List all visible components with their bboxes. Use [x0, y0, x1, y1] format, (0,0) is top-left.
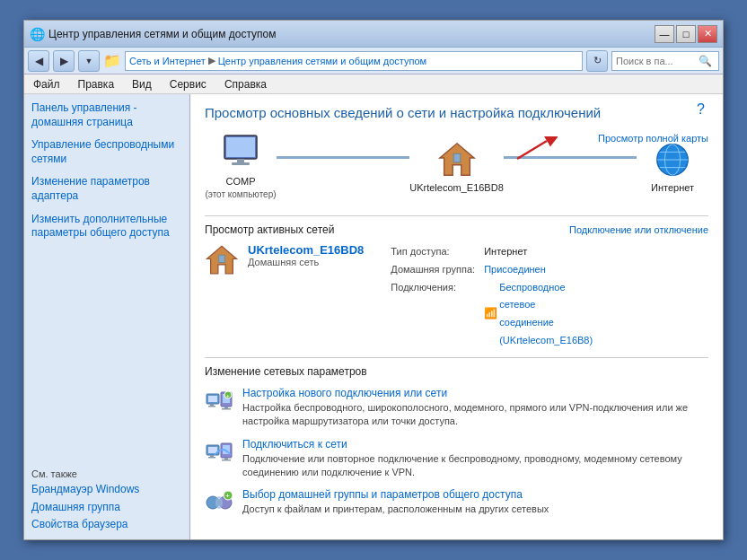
setting-desc-3: Доступ к файлам и принтерам, расположенн… [242, 503, 549, 514]
computer-label: COMP [226, 176, 256, 187]
setting-link-3[interactable]: Выбор домашней группы и параметров общег… [242, 488, 549, 501]
setting-text-3: Выбор домашней группы и параметров общег… [242, 488, 549, 516]
content-panel: ? Просмотр основных сведений о сети и на… [190, 94, 723, 539]
home-group-value[interactable]: Присоединен [484, 261, 593, 279]
menu-service[interactable]: Сервис [164, 76, 212, 92]
svg-rect-5 [453, 153, 461, 162]
maximize-button[interactable]: □ [676, 25, 696, 43]
setting-item-3: + Выбор домашней группы и параметров общ… [205, 488, 708, 517]
address-field[interactable]: Сеть и Интернет ▶ Центр управления сетям… [125, 51, 583, 71]
router-icon [435, 139, 479, 179]
details-labels: Тип доступа: Домашняя группа: Подключени… [391, 243, 475, 350]
details-values: Интернет Присоединен 📶 Беспроводноесетев… [484, 243, 593, 350]
title-buttons: — □ ✕ [655, 25, 717, 43]
svg-rect-14 [219, 255, 225, 262]
sidebar-link-home[interactable]: Панель управления - домашняя страница [31, 101, 182, 129]
window-icon: 🌐 [30, 27, 45, 41]
sidebar-link-sharing[interactable]: Изменить дополнительные параметры общего… [31, 213, 182, 241]
help-icon[interactable]: ? [697, 101, 705, 118]
sidebar-link-wireless[interactable]: Управление беспроводными сетями [31, 138, 182, 166]
active-networks-header: Просмотр активных сетей Подключение или … [205, 223, 708, 236]
svg-rect-17 [210, 404, 214, 406]
active-network-icon [205, 243, 239, 277]
line2 [504, 156, 637, 159]
setting-icon-1: + [205, 387, 233, 416]
search-input[interactable] [616, 56, 697, 66]
sidebar-link-adapter[interactable]: Изменение параметров адаптера [31, 175, 182, 203]
close-button[interactable]: ✕ [698, 25, 717, 43]
network-diagram: COMP (этот компьютер) UKrtele [205, 133, 708, 203]
computer-node: COMP (этот компьютер) [205, 133, 277, 199]
change-settings-title: Изменение сетевых параметров [205, 365, 708, 378]
svg-rect-1 [226, 137, 255, 157]
refresh-button[interactable]: ↻ [586, 50, 608, 72]
connections-label: Подключения: [391, 279, 475, 297]
crumb-center[interactable]: Центр управления сетями и общим доступом [218, 56, 426, 66]
title-bar-left: 🌐 Центр управления сетями и общим доступ… [30, 27, 277, 41]
network-details: Тип доступа: Домашняя группа: Подключени… [391, 243, 593, 350]
computer-sublabel: (этот компьютер) [205, 189, 276, 199]
forward-button[interactable]: ▶ [53, 50, 75, 72]
sidebar-link-homegroup[interactable]: Домашняя группа [31, 501, 182, 515]
menu-edit[interactable]: Правка [73, 76, 120, 92]
svg-rect-28 [208, 457, 215, 459]
sidebar-main-links: Панель управления - домашняя страница Уп… [31, 101, 182, 241]
sidebar-link-browser[interactable]: Свойства браузера [31, 518, 182, 532]
svg-rect-22 [222, 408, 231, 410]
setting-item-1: + Настройка нового подключения или сети … [205, 387, 708, 429]
divider1 [205, 215, 708, 216]
connections-value-wrapper: 📶 Беспроводноесетевоесоединение(UKrtelec… [484, 279, 593, 350]
setting-item-2: Подключиться к сети Подключение или повт… [205, 438, 708, 480]
setting-link-1[interactable]: Настройка нового подключения или сети [242, 387, 708, 399]
search-box[interactable]: 🔍 [611, 51, 719, 71]
svg-rect-27 [210, 455, 214, 457]
svg-rect-32 [222, 459, 231, 461]
connect-disconnect-link[interactable]: Подключение или отключение [569, 224, 708, 235]
title-bar: 🌐 Центр управления сетями и общим доступ… [24, 21, 723, 48]
sidebar-link-firewall[interactable]: Брандмауэр Windows [31, 483, 182, 497]
active-networks-title: Просмотр активных сетей [205, 223, 334, 236]
svg-rect-18 [208, 406, 215, 407]
menu-view[interactable]: Вид [127, 76, 157, 92]
main-area: Панель управления - домашняя страница Уп… [24, 94, 723, 539]
see-also-label: См. также [31, 468, 182, 479]
dropdown-button[interactable]: ▼ [78, 50, 100, 72]
active-network-card: UKrtelecom_E16BD8 Домашняя сеть Тип дост… [205, 243, 708, 350]
network-diagram-section: Просмотр полной карты COMP [205, 133, 708, 203]
search-icon[interactable]: 🔍 [699, 55, 712, 67]
svg-rect-3 [232, 162, 250, 165]
wifi-signal-icon: 📶 [484, 304, 497, 324]
setting-link-2[interactable]: Подключиться к сети [242, 438, 708, 451]
svg-rect-16 [208, 396, 217, 402]
connections-link[interactable]: Беспроводноесетевоесоединение(UKrtelecom… [499, 279, 593, 350]
internet-label: Интернет [651, 182, 694, 193]
menu-file[interactable]: Файл [28, 76, 66, 92]
active-network-type: Домашняя сеть [248, 257, 364, 267]
setting-icon-3: + [205, 488, 233, 517]
router-label: UKrtelecom_E16BD8 [409, 182, 504, 193]
svg-rect-2 [237, 159, 244, 162]
folder-icon: 📁 [103, 52, 121, 69]
svg-rect-26 [208, 447, 217, 453]
svg-line-7 [517, 141, 547, 159]
sidebar-see-also: См. также Брандмауэр Windows Домашняя гр… [31, 461, 182, 532]
internet-icon [650, 139, 695, 179]
active-network-info: UKrtelecom_E16BD8 Домашняя сеть [248, 243, 364, 267]
internet-node: Интернет [637, 139, 708, 193]
menu-help[interactable]: Справка [219, 76, 272, 92]
home-group-label: Домашняя группа: [391, 261, 475, 279]
content-title: Просмотр основных сведений о сети и наст… [205, 105, 708, 120]
line1 [277, 156, 409, 159]
arrow-indicator [513, 136, 558, 166]
address-crumbs: Сеть и Интернет ▶ Центр управления сетям… [129, 55, 426, 66]
svg-rect-31 [224, 458, 228, 459]
address-bar: ◀ ▶ ▼ 📁 Сеть и Интернет ▶ Центр управлен… [24, 48, 723, 74]
window-title: Центр управления сетями и общим доступом [48, 28, 277, 40]
minimize-button[interactable]: — [655, 25, 674, 43]
svg-point-35 [215, 496, 223, 509]
crumb-network[interactable]: Сеть и Интернет [129, 56, 206, 66]
menu-bar: Файл Правка Вид Сервис Справка [24, 74, 723, 94]
active-network-name[interactable]: UKrtelecom_E16BD8 [248, 243, 364, 257]
back-button[interactable]: ◀ [28, 50, 49, 72]
setting-text-1: Настройка нового подключения или сети На… [242, 387, 708, 429]
